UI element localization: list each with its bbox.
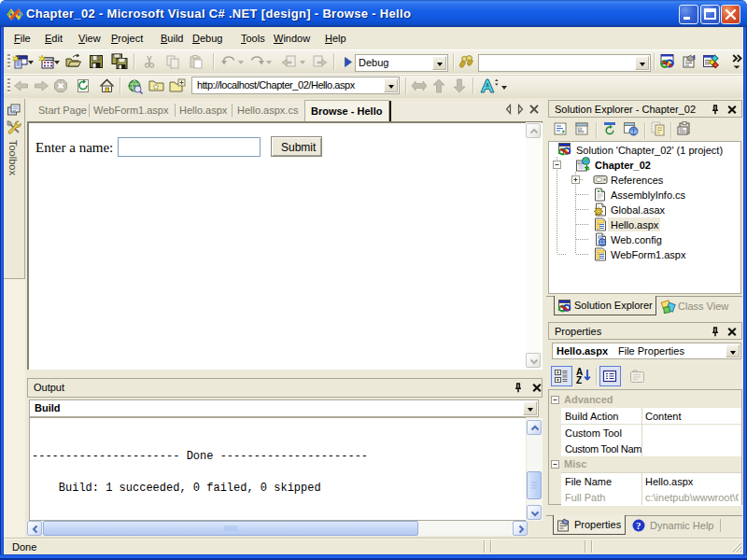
svg-text:?: ? [636, 520, 641, 531]
svg-text:Z: Z [576, 375, 582, 385]
